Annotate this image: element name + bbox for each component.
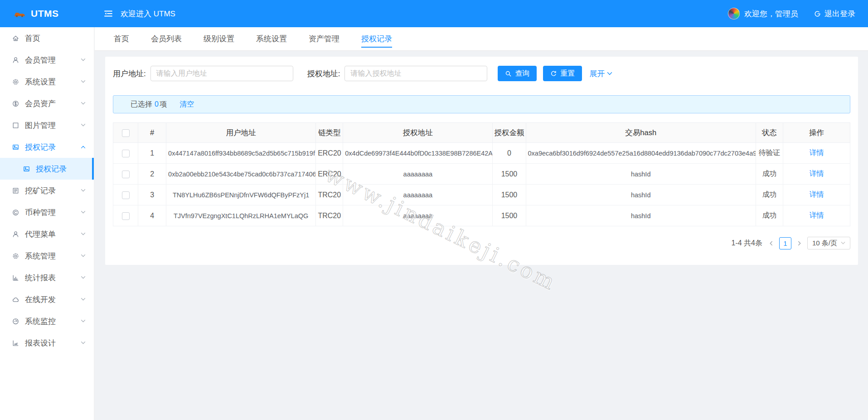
cell-amount: 1500	[493, 185, 526, 205]
tab-member-list[interactable]: 会员列表	[151, 27, 182, 50]
cell-user-address: TN8YLHu6ZB6sPENnjDfnVFW6dQFByPFzYj1	[166, 185, 316, 205]
chevron-down-icon	[81, 232, 86, 236]
user-icon	[12, 56, 19, 64]
cell-action: 详情	[783, 185, 850, 205]
tab-asset-management[interactable]: 资产管理	[309, 27, 339, 50]
chevron-down-icon	[81, 319, 86, 323]
gear-icon	[12, 252, 19, 260]
sidebar-item-label: 系统设置	[25, 77, 56, 87]
user-address-input[interactable]	[150, 66, 293, 81]
detail-link[interactable]: 详情	[810, 211, 824, 219]
table-row: 3TN8YLHu6ZB6sPENnjDfnVFW6dQFByPFzYj1TRC2…	[113, 185, 850, 205]
cell-action: 详情	[783, 205, 850, 226]
welcome-text: 欢迎进入 UTMS	[121, 9, 175, 19]
sidebar-item-system-settings[interactable]: 系统设置	[0, 71, 94, 93]
column-header: 用户地址	[166, 123, 316, 143]
table-row: 10x447147a8016ff934bb8689c5a2d5b65c715b9…	[113, 143, 850, 164]
cell-status: 成功	[756, 185, 783, 205]
expand-toggle[interactable]: 展开	[589, 68, 612, 79]
chevron-down-icon	[81, 189, 86, 192]
chevron-down-icon	[81, 254, 86, 258]
user-menu[interactable]: 欢迎您，管理员	[728, 8, 798, 20]
tab-home[interactable]: 首页	[114, 27, 129, 50]
row-checkbox[interactable]	[122, 150, 130, 157]
search-button[interactable]: 查询	[498, 66, 537, 81]
detail-link[interactable]: 详情	[810, 190, 824, 198]
refresh-icon	[550, 70, 557, 77]
table-body: 10x447147a8016ff934bb8689c5a2d5b65c715b9…	[113, 143, 850, 226]
cell-chain-type: ERC20	[316, 164, 343, 185]
row-checkbox[interactable]	[122, 212, 130, 220]
sidebar-item-report-design[interactable]: 报表设计	[0, 332, 94, 354]
menu-fold-icon[interactable]	[103, 10, 113, 18]
sidebar-item-mining-records[interactable]: 挖矿记录	[0, 180, 94, 201]
sidebar-item-stats-reports[interactable]: 统计报表	[0, 267, 94, 288]
sidebar-item-coin-management[interactable]: 币种管理	[0, 201, 94, 223]
sidebar: 首页会员管理系统设置会员资产图片管理授权记录授权记录挖矿记录币种管理代理菜单系统…	[0, 27, 94, 420]
cell-amount: 1500	[493, 164, 526, 185]
dollar-circle-icon	[12, 100, 19, 107]
column-header: 状态	[756, 123, 783, 143]
tab-auth-records[interactable]: 授权记录	[361, 27, 392, 50]
cell-auth-address: aaaaaaaa	[343, 205, 493, 226]
sidebar-item-auth-records[interactable]: 授权记录	[0, 136, 94, 158]
bar-chart-icon	[12, 274, 19, 282]
select-all-checkbox[interactable]	[122, 129, 130, 137]
user-greeting: 欢迎您，管理员	[744, 9, 798, 19]
cell-tx-hash: hashId	[526, 205, 756, 226]
search-icon	[505, 70, 512, 77]
current-page[interactable]: 1	[779, 237, 791, 249]
sidebar-item-image-management[interactable]: 图片管理	[0, 114, 94, 136]
column-header: #	[138, 123, 166, 143]
sidebar-item-online-dev[interactable]: 在线开发	[0, 288, 94, 310]
row-checkbox[interactable]	[122, 171, 130, 178]
reset-button[interactable]: 重置	[543, 66, 582, 81]
tab-level-settings[interactable]: 级别设置	[204, 27, 234, 50]
car-logo-icon	[14, 10, 25, 18]
chevron-down-icon	[841, 241, 845, 245]
sidebar-subitem-auth-records[interactable]: 授权记录	[0, 158, 94, 180]
detail-link[interactable]: 详情	[810, 149, 824, 156]
clear-selection-link[interactable]: 清空	[179, 100, 194, 109]
next-page-button[interactable]	[796, 240, 802, 246]
home-icon	[12, 34, 19, 42]
cell-index: 4	[138, 205, 166, 226]
chevron-down-icon	[81, 341, 86, 345]
sidebar-item-member-management[interactable]: 会员管理	[0, 49, 94, 71]
tab-system-settings[interactable]: 系统设置	[256, 27, 287, 50]
column-header: 链类型	[316, 123, 343, 143]
area-chart-icon	[12, 339, 19, 347]
sidebar-item-label: 币种管理	[25, 207, 56, 218]
cell-chain-type: ERC20	[316, 143, 343, 164]
filter-form: 用户地址: 授权地址: 查询	[113, 66, 850, 81]
auth-address-input[interactable]	[344, 66, 487, 81]
sidebar-item-label: 报表设计	[25, 338, 56, 348]
chevron-up-icon	[81, 145, 86, 149]
cell-auth-address: 0x4dCde69973f4E444b0fD0c1338E98B7286E42A…	[343, 143, 493, 164]
detail-link[interactable]: 详情	[810, 170, 824, 177]
cell-status: 成功	[756, 205, 783, 226]
header-checkbox-cell	[113, 123, 138, 143]
column-header: 交易hash	[526, 123, 756, 143]
search-button-label: 查询	[515, 69, 529, 78]
sidebar-item-member-assets[interactable]: 会员资产	[0, 93, 94, 114]
cell-user-address: 0xb2a00ebb210e543c4be75cad0c6b737ca71740…	[166, 164, 316, 185]
column-header: 授权地址	[343, 123, 493, 143]
content-card: 用户地址: 授权地址: 查询	[105, 57, 858, 265]
cell-user-address: TJVfn97VEzgngXtC1LQhRzLRHA1eMYLaQG	[166, 205, 316, 226]
pagination: 1-4 共4条 1 10 条/页	[113, 237, 850, 249]
sidebar-item-label: 会员资产	[25, 98, 56, 109]
sidebar-item-agent-menu[interactable]: 代理菜单	[0, 223, 94, 245]
sidebar-item-system-management[interactable]: 系统管理	[0, 245, 94, 267]
sidebar-item-label: 会员管理	[25, 55, 56, 65]
cell-action: 详情	[783, 164, 850, 185]
sidebar-item-home[interactable]: 首页	[0, 27, 94, 49]
cloud-icon	[12, 296, 19, 303]
sidebar-item-system-monitor[interactable]: 系统监控	[0, 310, 94, 332]
prev-page-button[interactable]	[768, 240, 774, 246]
cell-tx-hash: hashId	[526, 164, 756, 185]
row-checkbox[interactable]	[122, 191, 130, 199]
cell-status: 待验证	[756, 143, 783, 164]
logout-button[interactable]: 退出登录	[814, 9, 855, 19]
page-size-select[interactable]: 10 条/页	[807, 237, 850, 249]
